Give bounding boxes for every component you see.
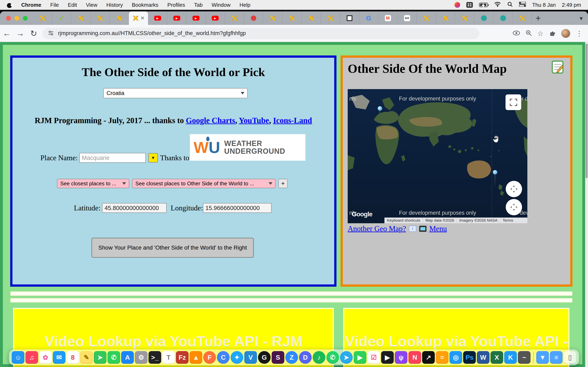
address-bar[interactable]: rjmprogramming.com.au//HTMLCSS/other_sid… (43, 28, 479, 39)
browser-tab[interactable] (90, 11, 110, 25)
dock-system-settings-icon[interactable]: ⚙ (135, 351, 148, 364)
dock-chrome-icon[interactable]: C (217, 351, 230, 364)
dock-firefox-icon[interactable]: F (203, 351, 216, 364)
dock-news-icon[interactable]: N (408, 351, 421, 364)
browser-tab[interactable]: G (359, 11, 378, 25)
forward-button[interactable]: → (13, 29, 27, 38)
browser-tab[interactable] (455, 11, 474, 25)
browser-tab[interactable] (33, 11, 52, 25)
menu-item-edit[interactable]: Edit (68, 2, 77, 8)
minimize-window-button[interactable] (15, 16, 19, 21)
computer-mini-icon[interactable] (419, 226, 426, 232)
info-mini-icon[interactable]: i (409, 226, 416, 232)
status-app-icon[interactable] (454, 2, 460, 8)
menu-item-view[interactable]: View (86, 2, 97, 8)
weather-underground-logo[interactable]: W U WEATHER UNDERGROUND (190, 134, 305, 161)
closest-otherside-select[interactable]: See closest places to Other Side of the … (132, 179, 276, 188)
browser-tab[interactable] (263, 11, 282, 25)
browser-tab[interactable]: ▶ (206, 11, 225, 25)
dock-documents-folder-icon[interactable]: ≡ (550, 351, 563, 364)
fullscreen-button[interactable] (506, 94, 521, 110)
browser-tab[interactable]: ✓ (52, 11, 71, 25)
new-tab-button[interactable]: + (532, 12, 545, 24)
browser-tab[interactable] (282, 11, 302, 25)
dock-music-icon[interactable]: ♫ (26, 351, 38, 364)
dock-trash-icon[interactable]: ▯ (564, 351, 576, 364)
dock-word-icon[interactable]: W (477, 351, 490, 364)
closest-places-select[interactable]: See closest places to ... (57, 179, 129, 188)
browser-tab[interactable]: brit (398, 11, 417, 25)
dock-vscode-icon[interactable]: V (244, 351, 257, 364)
dock-spotify-icon[interactable]: ♪ (313, 351, 325, 364)
apple-menu-icon[interactable] (7, 2, 12, 8)
search-icon[interactable] (507, 1, 513, 8)
menu-time[interactable]: 2:49 pm (562, 2, 581, 8)
dock-whatsapp-icon[interactable]: ✆ (327, 351, 339, 364)
dock-finder-icon[interactable]: ☺ (12, 351, 25, 364)
browser-tab[interactable] (321, 11, 340, 25)
tab-overflow-chevron-icon[interactable]: ▾ (574, 15, 588, 22)
privacy-eye-icon[interactable] (512, 30, 520, 37)
google-charts-link[interactable]: Google Charts (186, 116, 235, 125)
browser-tab[interactable]: ▶ (148, 11, 167, 25)
extensions-puzzle-icon[interactable] (549, 30, 556, 37)
dock-zoom-icon[interactable]: Z (285, 351, 298, 364)
menu-link[interactable]: Menu (429, 224, 447, 233)
browser-tab[interactable] (436, 11, 455, 25)
add-button[interactable]: + (278, 179, 288, 188)
menu-item-file[interactable]: File (50, 2, 59, 8)
dock-calculator-icon[interactable]: = (436, 351, 449, 364)
youtube-link[interactable]: YouTube (239, 116, 269, 125)
dock-photos-icon[interactable]: ✿ (39, 351, 52, 364)
dock-mail-icon[interactable]: ✉ (53, 351, 66, 364)
browser-tab[interactable] (71, 11, 90, 25)
dock-photoshop-icon[interactable]: Ps (463, 351, 476, 364)
tab-close-icon[interactable]: ✕ (140, 15, 145, 21)
menu-item-tab[interactable]: Tab (194, 2, 203, 8)
dock-stocks-icon[interactable]: ↗ (422, 351, 435, 364)
site-settings-icon[interactable] (48, 30, 54, 37)
dock-slack-icon[interactable]: S (272, 351, 285, 364)
back-button[interactable]: ← (0, 29, 13, 38)
terms-link[interactable]: Terms (500, 218, 516, 223)
dock-app-store-icon[interactable]: A (121, 351, 134, 364)
dock-discord-icon[interactable]: D (299, 351, 312, 364)
menu-item-history[interactable]: History (106, 2, 123, 8)
pan-control-secondary[interactable] (506, 199, 522, 215)
dock-calendar-icon[interactable]: 8 (67, 351, 79, 364)
wifi-icon[interactable] (494, 2, 501, 8)
dock-terminal-icon[interactable]: >_ (149, 351, 161, 364)
zoom-window-button[interactable] (23, 16, 27, 21)
browser-tab[interactable]: ✕ (129, 11, 148, 25)
dock-downloads-folder-icon[interactable]: ▼ (536, 351, 549, 364)
google-map[interactable]: nly For development purposes only For de… (348, 89, 527, 223)
bookmark-star-icon[interactable]: ☆ (537, 29, 544, 38)
dock-safari-icon[interactable]: ✦ (231, 351, 243, 364)
dock-activity-monitor-icon[interactable]: ~ (518, 351, 531, 364)
browser-menu-icon[interactable]: ⋮ (576, 29, 583, 38)
browser-tab[interactable]: M (378, 11, 398, 25)
dock-podcasts-icon[interactable]: ψ (395, 351, 407, 364)
browser-tab[interactable] (302, 11, 321, 25)
another-geo-map-link[interactable]: Another Geo Map? (348, 224, 406, 233)
browser-tab[interactable] (110, 11, 129, 25)
browser-tab[interactable] (340, 11, 359, 25)
dock-textedit-icon[interactable]: T (162, 351, 175, 364)
close-window-button[interactable] (6, 16, 11, 21)
browser-tab[interactable]: ▶ (186, 11, 206, 25)
browser-tab[interactable] (417, 11, 436, 25)
country-select[interactable]: Croatia (103, 88, 248, 98)
menu-date[interactable]: Thu 8 Jan (532, 2, 556, 8)
browser-tab[interactable] (493, 11, 513, 25)
profile-avatar[interactable] (561, 29, 571, 38)
dock-preview-icon[interactable]: ◎ (450, 351, 462, 364)
pan-control[interactable] (506, 181, 522, 197)
input-source-icon[interactable] (466, 2, 473, 8)
reload-button[interactable]: ↻ (27, 29, 40, 38)
icons-land-link[interactable]: Icons-Land (273, 116, 312, 125)
dock-github-icon[interactable]: G (258, 351, 271, 364)
dock-facetime-icon[interactable]: ▶ (354, 351, 366, 364)
control-center-icon[interactable] (519, 2, 526, 8)
dock-excel-icon[interactable]: X (491, 351, 503, 364)
dock-maps-icon[interactable]: ➤ (94, 351, 107, 364)
